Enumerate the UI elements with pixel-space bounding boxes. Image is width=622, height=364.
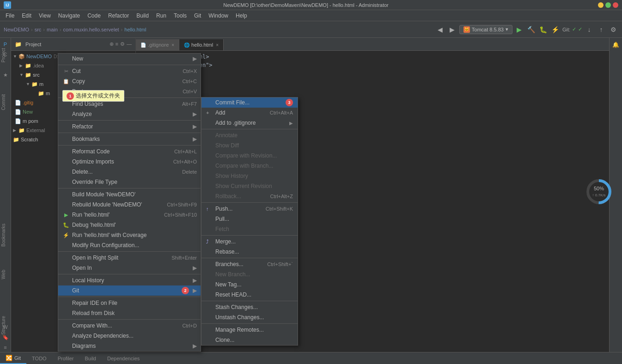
cm-new[interactable]: New ▶ [58, 54, 201, 64]
commit-side-label[interactable]: Commit [0, 92, 7, 112]
cm-git[interactable]: Git 2 ▶ [58, 285, 201, 296]
settings-button[interactable]: ⚙ [608, 24, 618, 35]
maximize-button[interactable] [605, 2, 611, 8]
project-layout-icon[interactable]: ≡ [116, 41, 118, 47]
forward-button[interactable]: ▶ [447, 24, 457, 35]
cm-delete[interactable]: Delete... Delete [58, 167, 201, 177]
cm-repair-ide[interactable]: Repair IDE on File [58, 298, 201, 308]
menu-item-window[interactable]: Window [205, 12, 232, 20]
menu-item-view[interactable]: View [35, 12, 55, 20]
cm-refactor[interactable]: Refactor ▶ [58, 121, 201, 132]
gsm-compare-revision: Compare with Revision... [201, 151, 298, 161]
gsm-clone[interactable]: Clone... [201, 335, 298, 345]
tab-html-close[interactable]: × [216, 42, 219, 48]
code-line-2: 2 <html lang="en"> [136, 61, 609, 69]
cm-override-file-type[interactable]: Override File Type [58, 177, 201, 187]
gsm-unstash[interactable]: Unstash Changes... [201, 312, 298, 322]
gsm-stash[interactable]: Stash Changes... [201, 302, 298, 312]
project-title: Project [25, 42, 41, 47]
cm-local-history[interactable]: Local History ▶ [58, 275, 201, 285]
btab-dependencies[interactable]: Dependencies [102, 354, 145, 363]
project-location-icon[interactable]: ⊕ [110, 41, 114, 47]
btab-todo[interactable]: TODO [26, 354, 52, 363]
menu-item-file[interactable]: File [2, 12, 18, 20]
cm-copy[interactable]: 📋 Copy Ctrl+C [58, 76, 201, 86]
gsm-merge[interactable]: ⤴ Merge... [201, 237, 298, 247]
menu-item-refactor[interactable]: Refactor [104, 12, 133, 20]
project-side-label[interactable]: Project [0, 46, 7, 64]
gsm-branches[interactable]: Branches... Ctrl+Shift+` [201, 259, 298, 269]
btab-build[interactable]: Build [79, 354, 101, 363]
menu-item-help[interactable]: Help [232, 12, 251, 20]
progress-circle: 50% ↑ 0.7K/s [585, 178, 613, 206]
debug-button[interactable]: 🐛 [538, 24, 549, 35]
cm-local-history-arrow: ▶ [193, 277, 197, 284]
breadcrumb-package[interactable]: com.muxin.hello.servelet [63, 27, 119, 32]
menu-item-edit[interactable]: Edit [18, 12, 35, 20]
menu-item-git[interactable]: Git [190, 12, 205, 20]
gsm-add[interactable]: + Add Ctrl+Alt+A [201, 108, 298, 118]
back-button[interactable]: ◀ [435, 24, 445, 35]
menu-item-build[interactable]: Build [133, 12, 152, 20]
tab-gitignore[interactable]: 📄 .gitignore × [136, 39, 179, 50]
breadcrumb-file[interactable]: hello.html [124, 27, 146, 32]
bottom-panel: 🔀 Git TODO Profiler Build Dependencies ▶… [0, 352, 622, 364]
gsm-new-tag[interactable]: New Tag... [201, 279, 298, 290]
git-push-button[interactable]: ↑ [596, 24, 606, 35]
project-settings-icon[interactable]: ⚙ [120, 41, 125, 47]
profile-button[interactable]: ⚡ [550, 24, 561, 35]
git-update-button[interactable]: ↓ [584, 24, 594, 35]
run-config-selector[interactable]: 🐱 Tomcat 8.5.83 ▾ [459, 25, 512, 34]
gsm-show-diff: Show Diff [201, 140, 298, 151]
cm-refactor-arrow: ▶ [193, 123, 197, 130]
breadcrumb-newdemo[interactable]: NewDEMO [4, 27, 29, 32]
run-button[interactable]: ▶ [514, 24, 524, 35]
gsm-manage-remotes[interactable]: Manage Remotes... [201, 325, 298, 335]
cm-debug[interactable]: 🐛 Debug 'hello.html' [58, 220, 201, 230]
gsm-reset-head[interactable]: Reset HEAD... [201, 290, 298, 300]
cm-cut[interactable]: ✂ Cut Ctrl+X [58, 66, 201, 76]
gsm-add-gitignore[interactable]: Add to .gitignore ▶ [201, 118, 298, 128]
cm-build-module[interactable]: Build Module 'NewDEMO' [58, 189, 201, 200]
menu-item-tools[interactable]: Tools [170, 12, 190, 20]
tab-hello-html[interactable]: 🌐 hello.html × [179, 39, 224, 50]
gsm-gitignore-arrow: ▶ [289, 121, 293, 126]
project-minimize-icon[interactable]: — [127, 41, 132, 47]
cm-diagrams[interactable]: Diagrams ▶ [58, 341, 201, 351]
menu-item-run[interactable]: Run [152, 12, 170, 20]
cm-optimize[interactable]: Optimize Imports Ctrl+Alt+O [58, 157, 201, 167]
notifications-icon[interactable]: 🔔 [611, 40, 621, 50]
menu-item-navigate[interactable]: Navigate [55, 12, 84, 20]
gsm-rebase[interactable]: Rebase... [201, 247, 298, 257]
cm-run[interactable]: ▶ Run 'hello.html' Ctrl+Shift+F10 [58, 210, 201, 220]
bookmarks-side-label[interactable]: Bookmarks [0, 222, 7, 249]
close-button[interactable] [613, 2, 618, 8]
favorites-toggle[interactable]: ★ [1, 70, 10, 79]
cm-modify-run[interactable]: Modify Run Configuration... [58, 240, 201, 250]
breadcrumb-src[interactable]: src [35, 27, 42, 32]
cm-run-coverage[interactable]: ⚡ Run 'hello.html' with Coverage [58, 230, 201, 240]
cm-open-right-split[interactable]: Open in Right Split Shift+Enter [58, 253, 201, 263]
menu-item-code[interactable]: Code [84, 12, 104, 20]
cm-bookmarks[interactable]: Bookmarks ▶ [58, 134, 201, 144]
breadcrumb-sep2: › [43, 27, 45, 32]
breadcrumb-main[interactable]: main [47, 27, 58, 32]
btab-profiler[interactable]: Profiler [52, 354, 79, 363]
gsm-commit[interactable]: Commit File... 3 [201, 97, 298, 108]
cm-open-in[interactable]: Open In ▶ [58, 263, 201, 273]
tab-gitignore-close[interactable]: × [171, 42, 174, 48]
build-button[interactable]: 🔨 [526, 24, 537, 35]
structure-toggle[interactable]: ≡ [1, 343, 10, 352]
web-side-label[interactable]: Web [0, 268, 7, 281]
minimize-button[interactable] [598, 2, 604, 8]
gsm-push[interactable]: ↑ Push... Ctrl+Shift+K [201, 204, 298, 214]
gsm-pull[interactable]: Pull... [201, 214, 298, 224]
cm-reformat[interactable]: Reformat Code Ctrl+Alt+L [58, 146, 201, 157]
cm-reload-disk[interactable]: Reload from Disk [58, 308, 201, 318]
structure-side-label[interactable]: Structure [0, 314, 7, 337]
cm-compare-with[interactable]: Compare With... Ctrl+D [58, 321, 201, 331]
cm-rebuild-module[interactable]: Rebuild Module 'NewDEMO' Ctrl+Shift+F9 [58, 200, 201, 210]
cm-analyze[interactable]: Analyze ▶ [58, 109, 201, 119]
cm-analyze-deps[interactable]: Analyze Dependencies... [58, 331, 201, 341]
btab-git[interactable]: 🔀 Git [0, 353, 26, 364]
